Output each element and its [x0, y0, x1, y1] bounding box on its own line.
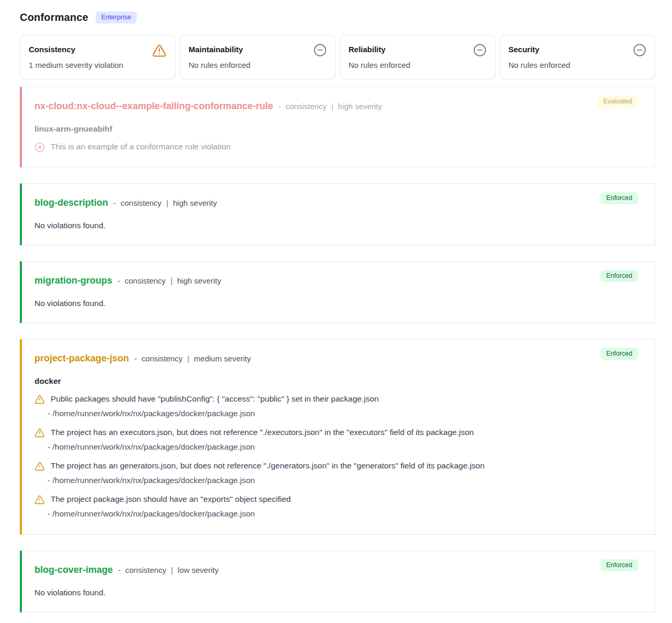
- rule-name-link[interactable]: project-package-json: [34, 353, 129, 364]
- no-violations-text: No violations found.: [34, 588, 638, 597]
- status-badge-enforced: Enforced: [600, 348, 638, 360]
- rule-name-link[interactable]: blog-cover-image: [34, 565, 113, 575]
- warning-triangle-icon: [34, 495, 45, 505]
- rule-name-link[interactable]: blog-description: [34, 197, 108, 208]
- rule-name-link[interactable]: nx-cloud:nx-cloud--example-failing-confo…: [34, 101, 273, 112]
- violation-row: The project has an executors.json, but d…: [34, 427, 638, 438]
- rule-card-blog-description: Enforced blog-description - consistency …: [20, 183, 655, 245]
- rule-meta: - consistency | high severity: [113, 198, 217, 207]
- rule-category: consistency: [125, 566, 166, 574]
- enterprise-badge: Enterprise: [96, 11, 137, 23]
- status-badge-enforced: Enforced: [600, 192, 638, 204]
- violation-row: This is an example of a conformance rule…: [34, 141, 638, 152]
- summary-card-title: Maintainability: [188, 43, 243, 54]
- meta-pipe: |: [170, 276, 172, 285]
- rule-meta: - consistency | high severity: [117, 276, 221, 285]
- rule-severity: low severity: [178, 566, 218, 574]
- violation-path: - /home/runner/work/nx/nx/packages/docke…: [48, 441, 638, 453]
- violation-message: The project has an generators.json, but …: [51, 460, 485, 472]
- meta-pipe: |: [331, 102, 333, 111]
- meta-pipe: |: [187, 354, 189, 363]
- no-violations-text: No violations found.: [34, 221, 638, 230]
- summary-card-reliability: Reliability No rules enforced: [340, 35, 496, 79]
- meta-dash: -: [134, 354, 137, 363]
- violation-message: Public packages should have "publishConf…: [51, 393, 379, 405]
- rule-title-row: blog-cover-image - consistency | low sev…: [34, 565, 638, 575]
- summary-card-title: Reliability: [349, 43, 386, 54]
- rule-title-row: blog-description - consistency | high se…: [34, 197, 638, 208]
- summary-card-security: Security No rules enforced: [500, 35, 655, 79]
- rule-card-example-failing-conformance-rule: Evaluated nx-cloud:nx-cloud--example-fai…: [20, 87, 655, 168]
- circle-x-icon: [34, 142, 45, 152]
- violation-row: Public packages should have "publishConf…: [34, 393, 638, 405]
- minus-circle-icon: [633, 43, 646, 57]
- minus-circle-icon: [313, 43, 327, 57]
- violation-row: The project has an generators.json, but …: [34, 460, 638, 472]
- meta-pipe: |: [171, 566, 173, 574]
- summary-card-top: Reliability: [349, 43, 487, 57]
- summary-card-title: Security: [509, 43, 539, 54]
- rule-category: consistency: [142, 354, 182, 363]
- violation-message: This is an example of a conformance rule…: [51, 141, 231, 152]
- violation-group: The project has an executors.json, but d…: [34, 427, 638, 453]
- status-badge-enforced: Enforced: [600, 270, 638, 282]
- project-name: linux-arm-gnueabihf: [34, 124, 638, 134]
- violation-path: - /home/runner/work/nx/nx/packages/docke…: [48, 408, 638, 419]
- rule-card-blog-cover-image: Enforced blog-cover-image - consistency …: [20, 550, 655, 613]
- rule-severity: high severity: [173, 198, 217, 207]
- summary-card-status: No rules enforced: [188, 61, 326, 69]
- page-header: Conformance Enterprise: [20, 11, 655, 23]
- rule-card-project-package-json: Enforced project-package-json - consiste…: [20, 339, 655, 535]
- summary-cards-row: Consistency 1 medium severity violation …: [20, 35, 655, 79]
- summary-card-top: Consistency: [29, 43, 167, 58]
- summary-card-maintainability: Maintainability No rules enforced: [180, 35, 335, 79]
- summary-card-top: Security: [509, 43, 646, 57]
- warning-triangle-icon: [152, 43, 167, 58]
- rule-severity: high severity: [338, 102, 382, 111]
- rule-severity: medium severity: [194, 354, 251, 363]
- no-violations-text: No violations found.: [34, 299, 638, 308]
- warning-triangle-icon: [34, 428, 45, 438]
- rule-title-row: nx-cloud:nx-cloud--example-failing-confo…: [34, 101, 638, 112]
- summary-card-consistency: Consistency 1 medium severity violation: [20, 35, 175, 79]
- rule-card-migration-groups: Enforced migration-groups - consistency …: [20, 261, 655, 323]
- meta-dash: -: [278, 102, 281, 111]
- minus-circle-icon: [473, 43, 487, 57]
- violation-group: Public packages should have "publishConf…: [34, 393, 638, 419]
- rule-category: consistency: [286, 102, 326, 111]
- rule-meta: - consistency | medium severity: [134, 354, 251, 363]
- meta-dash: -: [117, 276, 120, 285]
- summary-card-status: 1 medium severity violation: [29, 61, 167, 69]
- rule-category: consistency: [125, 276, 166, 285]
- violation-row: The project package.json should have an …: [34, 493, 638, 505]
- summary-card-status: No rules enforced: [349, 61, 487, 69]
- project-name: docker: [34, 377, 638, 386]
- status-badge-evaluated: Evaluated: [597, 96, 638, 108]
- violation-group: The project package.json should have an …: [34, 493, 638, 520]
- warning-triangle-icon: [34, 394, 45, 405]
- meta-dash: -: [118, 566, 121, 574]
- violation-group: The project has an generators.json, but …: [34, 460, 638, 486]
- meta-dash: -: [113, 198, 116, 207]
- violation-message: The project package.json should have an …: [51, 493, 291, 505]
- rule-title-row: project-package-json - consistency | med…: [34, 353, 638, 364]
- page-title: Conformance: [20, 11, 88, 23]
- conformance-page: Conformance Enterprise Consistency 1 med…: [0, 0, 672, 613]
- rule-name-link[interactable]: migration-groups: [34, 275, 112, 286]
- summary-card-top: Maintainability: [188, 43, 326, 57]
- rule-category: consistency: [121, 198, 161, 207]
- violation-message: The project has an executors.json, but d…: [51, 427, 474, 438]
- meta-pipe: |: [166, 198, 168, 207]
- violation-path: - /home/runner/work/nx/nx/packages/docke…: [48, 508, 638, 520]
- rule-meta: - consistency | high severity: [278, 102, 382, 111]
- violation-path: - /home/runner/work/nx/nx/packages/docke…: [48, 475, 638, 486]
- rule-meta: - consistency | low severity: [118, 566, 219, 574]
- rule-title-row: migration-groups - consistency | high se…: [34, 275, 638, 286]
- summary-card-title: Consistency: [29, 43, 75, 54]
- status-badge-enforced: Enforced: [600, 559, 638, 571]
- rule-severity: high severity: [177, 276, 221, 285]
- summary-card-status: No rules enforced: [509, 61, 646, 69]
- warning-triangle-icon: [34, 461, 45, 472]
